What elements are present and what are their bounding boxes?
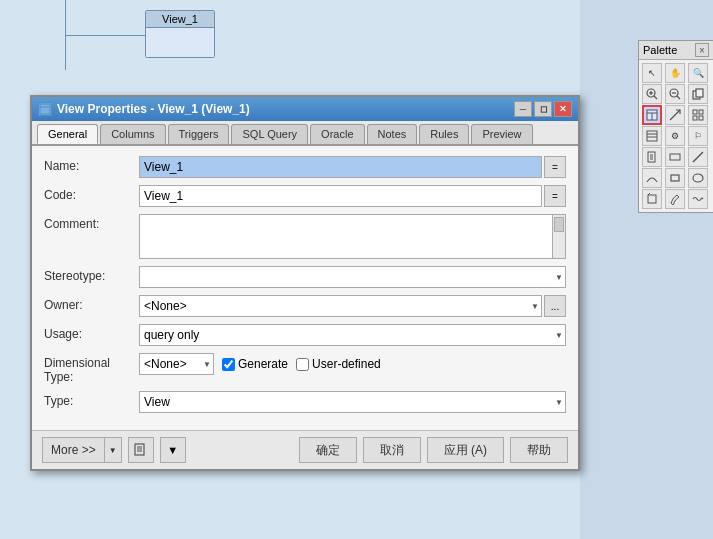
svg-line-6 <box>677 96 680 99</box>
palette-polygon-btn[interactable] <box>642 189 662 209</box>
svg-line-3 <box>654 96 657 99</box>
palette-settings-btn[interactable]: ⚙ <box>665 126 685 146</box>
svg-rect-24 <box>670 154 680 160</box>
user-defined-label-text: User-defined <box>312 357 381 371</box>
palette-pencil-btn[interactable] <box>665 189 685 209</box>
palette-curve-btn[interactable] <box>642 168 662 188</box>
palette-close-button[interactable]: × <box>695 43 709 57</box>
dialog-footer: More >> ▼ ▼ 确定 取消 应用 (A) 帮助 <box>32 430 578 469</box>
tab-preview[interactable]: Preview <box>471 124 532 144</box>
svg-rect-13 <box>693 110 697 114</box>
palette-zoom-btn[interactable]: 🔍 <box>688 63 708 83</box>
tab-sql-query[interactable]: SQL Query <box>231 124 308 144</box>
palette-rect-btn[interactable] <box>665 168 685 188</box>
dialog-title-buttons: ─ ◻ ✕ <box>514 101 572 117</box>
dialog-form-body: Name: = Code: = Comment: Stereotype: <box>32 146 578 430</box>
palette-hand-btn[interactable]: ✋ <box>665 63 685 83</box>
canvas-line-horizontal <box>65 35 145 36</box>
dimensional-row: Dimensional Type: <None> ▼ Generate User… <box>44 353 566 384</box>
cancel-btn[interactable]: 取消 <box>363 437 421 463</box>
generate-label-text: Generate <box>238 357 288 371</box>
palette-line-btn[interactable] <box>688 147 708 167</box>
name-equals-btn[interactable]: = <box>544 156 566 178</box>
svg-rect-14 <box>699 110 703 114</box>
stereotype-row: Stereotype: ▼ <box>44 266 566 288</box>
tab-triggers[interactable]: Triggers <box>168 124 230 144</box>
svg-point-27 <box>693 174 703 182</box>
dialog-close-btn[interactable]: ✕ <box>554 101 572 117</box>
svg-rect-16 <box>699 116 703 120</box>
palette-table2-btn[interactable] <box>642 126 662 146</box>
palette-cursor-btn[interactable]: ↖ <box>642 63 662 83</box>
usage-select[interactable]: query only insert only update only delet… <box>139 324 566 346</box>
stereotype-select-wrapper: ▼ <box>139 266 566 288</box>
apply-btn[interactable]: 应用 (A) <box>427 437 504 463</box>
confirm-btn[interactable]: 确定 <box>299 437 357 463</box>
user-defined-checkbox[interactable] <box>296 358 309 371</box>
more-arrow-btn[interactable]: ▼ <box>104 437 122 463</box>
palette-link-btn[interactable] <box>665 105 685 125</box>
svg-rect-28 <box>648 195 656 203</box>
type-select[interactable]: View <box>139 391 566 413</box>
palette-copy-btn[interactable] <box>688 84 708 104</box>
tabs-bar: General Columns Triggers SQL Query Oracl… <box>32 121 578 146</box>
tab-general[interactable]: General <box>37 124 98 144</box>
dimensional-label: Dimensional Type: <box>44 353 139 384</box>
usage-row: Usage: query only insert only update onl… <box>44 324 566 346</box>
svg-rect-30 <box>40 104 50 114</box>
palette-input-btn[interactable] <box>665 147 685 167</box>
usage-label: Usage: <box>44 324 139 341</box>
code-label: Code: <box>44 185 139 202</box>
usage-select-wrapper: query only insert only update only delet… <box>139 324 566 346</box>
dialog-title-left: View Properties - View_1 (View_1) <box>38 102 250 116</box>
tab-oracle[interactable]: Oracle <box>310 124 364 144</box>
name-row: Name: = <box>44 156 566 178</box>
svg-rect-26 <box>671 175 679 181</box>
palette-flag-btn[interactable]: ⚐ <box>688 126 708 146</box>
palette-table-btn[interactable] <box>642 105 662 125</box>
comment-area <box>139 214 566 259</box>
comment-label: Comment: <box>44 214 139 231</box>
type-row: Type: View ▼ <box>44 391 566 413</box>
svg-rect-15 <box>693 116 697 120</box>
palette-grid-btn[interactable] <box>688 105 708 125</box>
comment-textarea[interactable] <box>139 214 552 259</box>
help-btn[interactable]: 帮助 <box>510 437 568 463</box>
view-box[interactable]: View_1 <box>145 10 215 58</box>
svg-line-25 <box>693 152 703 162</box>
owner-select[interactable]: <None> <box>139 295 542 317</box>
palette-ellipse-btn[interactable] <box>688 168 708 188</box>
palette-grid: ↖ ✋ 🔍 ⚙ ⚐ <box>639 60 713 212</box>
view-properties-dialog: View Properties - View_1 (View_1) ─ ◻ ✕ … <box>30 95 580 471</box>
palette-zoom-in-btn[interactable] <box>642 84 662 104</box>
tab-rules[interactable]: Rules <box>419 124 469 144</box>
tab-columns[interactable]: Columns <box>100 124 165 144</box>
type-select-wrapper: View ▼ <box>139 391 566 413</box>
type-label: Type: <box>44 391 139 408</box>
generate-row: <None> ▼ Generate User-defined <box>139 353 381 375</box>
code-input[interactable] <box>139 185 542 207</box>
generate-checkbox[interactable] <box>222 358 235 371</box>
scrollbar-thumb <box>554 217 564 232</box>
dimensional-select[interactable]: <None> <box>139 353 214 375</box>
palette-wave-btn[interactable] <box>688 189 708 209</box>
name-input[interactable] <box>139 156 542 178</box>
dialog-minimize-btn[interactable]: ─ <box>514 101 532 117</box>
user-defined-checkbox-label: User-defined <box>296 357 381 371</box>
dialog-restore-btn[interactable]: ◻ <box>534 101 552 117</box>
tab-notes[interactable]: Notes <box>367 124 418 144</box>
palette-zoom-out-btn[interactable] <box>665 84 685 104</box>
stereotype-select[interactable] <box>139 266 566 288</box>
dimensional-select-wrapper: <None> ▼ <box>139 353 214 375</box>
palette-doc-btn[interactable] <box>642 147 662 167</box>
owner-browse-btn[interactable]: ... <box>544 295 566 317</box>
svg-rect-17 <box>647 131 657 141</box>
svg-line-12 <box>670 110 680 120</box>
svg-rect-8 <box>696 89 703 97</box>
footer-icon-btn[interactable] <box>128 437 154 463</box>
more-btn[interactable]: More >> <box>42 437 104 463</box>
comment-scrollbar[interactable] <box>552 214 566 259</box>
footer-dropdown-btn[interactable]: ▼ <box>160 437 186 463</box>
view-box-body <box>146 28 214 57</box>
code-equals-btn[interactable]: = <box>544 185 566 207</box>
